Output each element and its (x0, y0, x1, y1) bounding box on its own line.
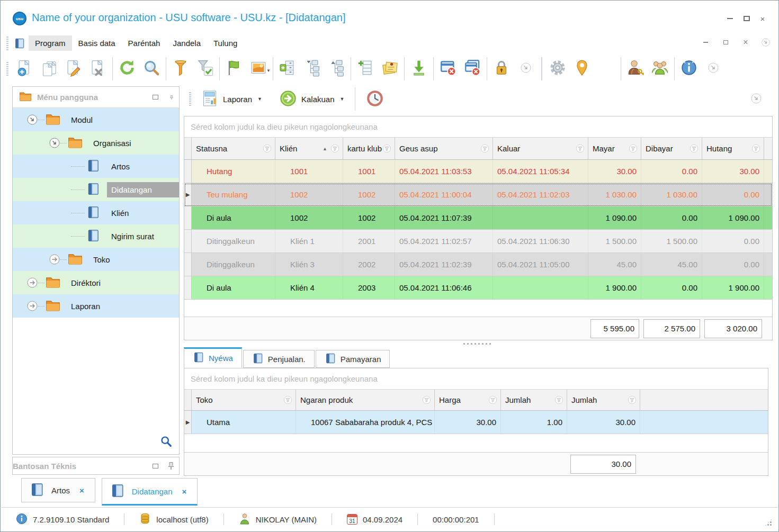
close-window-button[interactable] (436, 56, 460, 82)
appearance-button[interactable] (594, 56, 619, 82)
table-cell[interactable]: 2003 (343, 276, 395, 299)
filter-icon[interactable] (628, 395, 637, 404)
table-cell[interactable]: Klién 3 (275, 253, 343, 276)
table-cell[interactable]: 1001 (275, 160, 343, 183)
table-cell[interactable]: 05.04.2021 11:07:39 (395, 206, 493, 229)
table-row[interactable]: Hutang1001100105.04.2021 11:03:5305.04.2… (184, 160, 772, 183)
table-cell[interactable]: 30.00 (702, 160, 764, 183)
table-cell[interactable]: 0.00 (641, 160, 702, 183)
close-tab-button[interactable]: × (179, 486, 190, 497)
table-cell[interactable]: 1 500.00 (588, 230, 641, 253)
table-cell[interactable]: 05.04.2021 11:00:04 (395, 183, 493, 206)
table-cell[interactable] (493, 206, 588, 229)
table-cell[interactable]: 1 030.00 (588, 183, 641, 206)
lock-button[interactable] (489, 56, 514, 82)
table-cell[interactable]: 05.04.2021 11:06:30 (493, 230, 588, 253)
table-cell[interactable]: 45.00 (588, 253, 641, 276)
table-cell[interactable]: 1.00 (501, 411, 567, 434)
table-cell[interactable]: Ditinggalkeun (192, 253, 275, 276)
column-header-geus-asup[interactable]: Geus asup (395, 138, 493, 159)
settings-button[interactable] (545, 56, 570, 82)
table-cell[interactable]: Teu mulang (192, 183, 275, 206)
column-header-statusna[interactable]: Statusna (192, 138, 275, 159)
table-row[interactable]: ▶Utama10067 Sababaraha produk 4, PCS30.0… (184, 411, 768, 434)
sidebar-item-didatangan[interactable]: Didatangan (13, 178, 179, 201)
expand-tree-button[interactable] (324, 56, 348, 82)
sidebar-item-klién[interactable]: Klién (13, 201, 179, 224)
table-cell[interactable]: 05.04.2021 11:05:34 (493, 160, 588, 183)
pin-panel-button[interactable] (163, 92, 179, 103)
menu-item-paréntah[interactable]: Paréntah (122, 35, 167, 51)
maximize-button[interactable] (740, 14, 754, 23)
table-cell[interactable]: 2002 (343, 253, 395, 276)
horizontal-splitter[interactable] (184, 341, 773, 346)
table-cell[interactable]: 1002 (275, 206, 343, 229)
table-cell[interactable]: Di aula (192, 276, 275, 299)
close-all-windows-button[interactable] (460, 56, 485, 82)
table-cell[interactable]: 0.00 (702, 253, 764, 276)
table-cell[interactable]: 30.00 (435, 411, 501, 434)
table-cell[interactable]: 30.00 (588, 160, 641, 183)
table-cell[interactable]: 05.04.2021 11:02:39 (395, 253, 493, 276)
users-button[interactable] (648, 56, 672, 82)
column-header-jumlah[interactable]: Jumlah (501, 390, 567, 410)
table-cell[interactable]: 05.04.2021 11:06:46 (395, 276, 493, 299)
close-button[interactable]: × (756, 14, 769, 23)
add-row-button[interactable] (353, 56, 378, 82)
expand-node-icon[interactable] (26, 300, 38, 312)
column-header-klién[interactable]: Klién▲ (275, 138, 343, 159)
table-cell[interactable]: 0.00 (641, 276, 702, 299)
notes-button[interactable] (378, 56, 402, 82)
minimize-button[interactable] (723, 14, 737, 23)
column-header-mayar[interactable]: Mayar (588, 138, 641, 159)
tree-search-button[interactable] (160, 435, 173, 450)
toolbar-overflow-chevron-button[interactable] (701, 56, 726, 82)
toolbar-grip[interactable] (189, 92, 191, 106)
copy-record-button[interactable] (37, 56, 61, 82)
sidebar-item-laporan[interactable]: Laporan (13, 294, 179, 318)
expand-node-icon[interactable] (49, 254, 60, 265)
resize-grip[interactable] (764, 518, 773, 527)
filter-icon[interactable] (690, 144, 699, 153)
detail-tab-pamayaran[interactable]: Pamayaran (316, 350, 390, 368)
menu-item-tulung[interactable]: Tulung (207, 35, 244, 51)
table-cell[interactable]: Di aula (192, 206, 275, 229)
table-row[interactable]: Di aulaKlién 4200305.04.2021 11:06:461 9… (184, 276, 772, 300)
table-cell[interactable]: 1 090.00 (588, 206, 641, 229)
filter-icon[interactable] (330, 144, 339, 153)
window-tab-didatangan[interactable]: Didatangan× (102, 478, 198, 506)
table-cell[interactable]: 0.00 (702, 183, 764, 206)
table-cell[interactable]: 45.00 (641, 253, 702, 276)
table-cell[interactable]: 1002 (275, 183, 343, 206)
column-header-kartu-klub[interactable]: kartu klub (343, 138, 395, 159)
filter-icon[interactable] (488, 395, 497, 404)
table-cell[interactable]: 1 090.00 (702, 206, 764, 229)
collapse-tree-button[interactable] (300, 56, 324, 82)
filter-icon[interactable] (629, 144, 638, 153)
filter-icon[interactable] (382, 144, 391, 153)
menu-item-program[interactable]: Program (29, 35, 72, 51)
sidebar-item-toko[interactable]: Toko (13, 248, 179, 271)
filter-icon[interactable] (422, 395, 431, 404)
flag-button[interactable] (222, 56, 246, 82)
table-cell[interactable]: 30.00 (567, 411, 640, 434)
table-cell[interactable]: 05.04.2021 11:02:57 (395, 230, 493, 253)
column-header-ngaran-produk[interactable]: Ngaran produk (296, 390, 435, 410)
float-panel-button[interactable] (147, 95, 163, 100)
window-tab-artos[interactable]: Artos× (21, 478, 95, 502)
download-button[interactable] (407, 56, 431, 82)
sidebar-item-ngirim-surat[interactable]: Ngirim surat (13, 224, 179, 248)
sidebar-item-diréktori[interactable]: Diréktori (13, 271, 179, 294)
collapse-node-icon[interactable] (49, 137, 60, 149)
table-cell[interactable] (493, 276, 588, 299)
table-cell[interactable]: Hutang (192, 160, 275, 183)
toolbar2-overflow-chevron-icon[interactable] (750, 93, 762, 106)
table-cell[interactable]: Utama (192, 411, 296, 434)
menu-item-basis-data[interactable]: Basis data (72, 35, 122, 51)
column-header-harga[interactable]: Harga (435, 390, 501, 410)
image-button[interactable]: ▼ (246, 56, 271, 82)
edit-record-button[interactable] (61, 56, 86, 82)
sidebar-item-modul[interactable]: Modul (13, 108, 179, 131)
table-cell[interactable]: 2001 (343, 230, 395, 253)
search-button[interactable] (139, 56, 164, 82)
